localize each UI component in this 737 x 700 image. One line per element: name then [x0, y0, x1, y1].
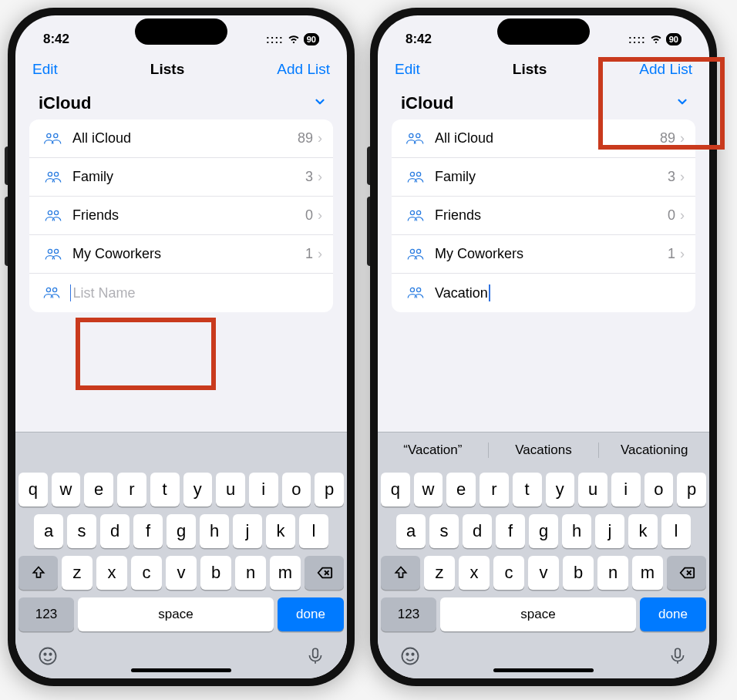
key-j[interactable]: j: [233, 514, 262, 548]
suggestion[interactable]: Vacations: [489, 443, 600, 458]
key-r[interactable]: r: [117, 473, 146, 506]
key-l[interactable]: l: [661, 514, 691, 548]
list-count: 0: [305, 207, 313, 224]
add-list-button[interactable]: Add List: [639, 61, 692, 78]
suggestion[interactable]: Vacationing: [599, 443, 709, 458]
key-x[interactable]: x: [96, 556, 127, 590]
key-b[interactable]: b: [563, 556, 594, 590]
key-e[interactable]: e: [84, 473, 113, 506]
key-i[interactable]: i: [249, 473, 278, 506]
people-icon: [42, 170, 65, 185]
delete-key[interactable]: [305, 556, 344, 590]
key-a[interactable]: a: [396, 514, 426, 548]
key-n[interactable]: n: [235, 556, 266, 590]
edit-button[interactable]: Edit: [32, 61, 58, 78]
home-indicator[interactable]: [131, 668, 231, 672]
key-j[interactable]: j: [595, 514, 624, 548]
dynamic-island: [135, 19, 227, 45]
cellular-icon: ::::: [628, 33, 646, 45]
done-key[interactable]: done: [278, 597, 344, 631]
new-list-input[interactable]: [72, 285, 322, 301]
key-s[interactable]: s: [67, 514, 96, 548]
key-g[interactable]: g: [529, 514, 558, 548]
suggestion[interactable]: “Vacation”: [378, 443, 489, 458]
list-row-coworkers[interactable]: My Coworkers 1 ›: [392, 235, 695, 274]
phone-left: 8:42 :::: 90 Edit Lists Add List iCloud: [8, 8, 355, 686]
key-r[interactable]: r: [480, 473, 509, 506]
edit-button[interactable]: Edit: [395, 61, 420, 78]
key-c[interactable]: c: [493, 556, 524, 590]
list-row-friends[interactable]: Friends 0 ›: [29, 197, 333, 235]
emoji-icon[interactable]: [399, 645, 421, 672]
numbers-key[interactable]: 123: [19, 597, 74, 631]
numbers-key[interactable]: 123: [381, 597, 436, 631]
key-z[interactable]: z: [424, 556, 455, 590]
home-indicator[interactable]: [493, 668, 594, 672]
key-w[interactable]: w: [414, 473, 443, 506]
space-key[interactable]: space: [440, 597, 636, 631]
new-list-typed-value[interactable]: Vacation: [435, 285, 488, 301]
key-g[interactable]: g: [167, 514, 196, 548]
key-n[interactable]: n: [597, 556, 628, 590]
add-list-button[interactable]: Add List: [277, 61, 330, 78]
list-row-new[interactable]: Vacation: [392, 274, 695, 312]
people-icon: [42, 208, 65, 224]
people-icon: [404, 170, 427, 185]
key-p[interactable]: p: [315, 473, 344, 506]
key-i[interactable]: i: [611, 473, 641, 506]
key-q[interactable]: q: [381, 473, 410, 506]
key-a[interactable]: a: [34, 514, 63, 548]
key-e[interactable]: e: [446, 473, 476, 506]
list-row-new[interactable]: [29, 274, 333, 312]
list-row-all-icloud[interactable]: All iCloud 89 ›: [29, 119, 333, 158]
key-x[interactable]: x: [459, 556, 490, 590]
section-header-icloud[interactable]: iCloud: [378, 86, 709, 119]
list-row-friends[interactable]: Friends 0 ›: [392, 197, 695, 235]
key-w[interactable]: w: [52, 473, 81, 506]
key-h[interactable]: h: [562, 514, 591, 548]
mic-icon[interactable]: [668, 646, 688, 671]
shift-key[interactable]: [381, 556, 420, 590]
key-m[interactable]: m: [632, 556, 663, 590]
key-h[interactable]: h: [200, 514, 229, 548]
done-key[interactable]: done: [640, 597, 706, 631]
key-y[interactable]: y: [546, 473, 575, 506]
key-m[interactable]: m: [270, 556, 301, 590]
chevron-right-icon: ›: [680, 246, 685, 262]
delete-key[interactable]: [667, 556, 706, 590]
key-v[interactable]: v: [528, 556, 559, 590]
key-k[interactable]: k: [266, 514, 295, 548]
emoji-icon[interactable]: [37, 645, 59, 672]
section-header-icloud[interactable]: iCloud: [15, 86, 347, 119]
shift-key[interactable]: [19, 556, 58, 590]
svg-point-21: [416, 249, 420, 253]
space-key[interactable]: space: [78, 597, 274, 631]
key-d[interactable]: d: [100, 514, 130, 548]
list-row-coworkers[interactable]: My Coworkers 1 ›: [29, 235, 333, 274]
key-k[interactable]: k: [628, 514, 658, 548]
key-c[interactable]: c: [131, 556, 162, 590]
key-y[interactable]: y: [183, 473, 213, 506]
key-t[interactable]: t: [513, 473, 542, 506]
key-s[interactable]: s: [429, 514, 459, 548]
key-p[interactable]: p: [677, 473, 706, 506]
key-z[interactable]: z: [62, 556, 93, 590]
mic-icon[interactable]: [305, 646, 325, 671]
key-l[interactable]: l: [299, 514, 328, 548]
key-u[interactable]: u: [216, 473, 245, 506]
list-row-family[interactable]: Family 3 ›: [29, 158, 333, 197]
key-u[interactable]: u: [578, 473, 607, 506]
key-t[interactable]: t: [150, 473, 180, 506]
key-f[interactable]: f: [133, 514, 163, 548]
phone-right: 8:42 :::: 90 Edit Lists Add List iCloud: [370, 8, 717, 686]
key-b[interactable]: b: [200, 556, 231, 590]
key-o[interactable]: o: [282, 473, 311, 506]
key-d[interactable]: d: [463, 514, 492, 548]
key-v[interactable]: v: [166, 556, 197, 590]
key-q[interactable]: q: [19, 473, 48, 506]
list-row-family[interactable]: Family 3 ›: [392, 158, 695, 197]
dynamic-island: [497, 19, 590, 45]
list-row-all-icloud[interactable]: All iCloud 89 ›: [392, 119, 695, 158]
key-o[interactable]: o: [644, 473, 674, 506]
key-f[interactable]: f: [496, 514, 525, 548]
